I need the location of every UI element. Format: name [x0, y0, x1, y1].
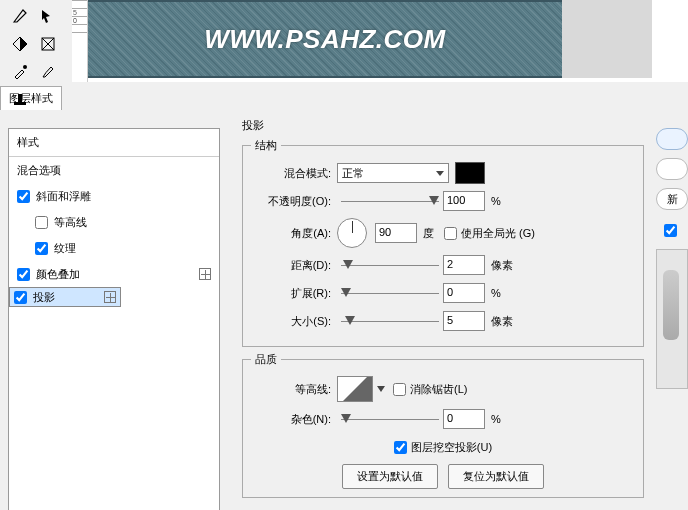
contour-item[interactable]: 等高线 [9, 209, 219, 235]
layer-style-dialog: 样式 混合选项 斜面和浮雕 等高线 纹理 颜色叠加 投影 投影 结构 混合模式:… [0, 110, 688, 510]
bevel-checkbox[interactable] [17, 190, 30, 203]
drop-shadow-item[interactable]: 投影 [9, 287, 121, 307]
canvas-fabric: WWW.PSAHZ.COM [88, 0, 562, 78]
opacity-label: 不透明度(O): [251, 194, 337, 209]
blend-options-label: 混合选项 [17, 163, 61, 178]
knockout-label: 图层挖空投影(U) [411, 440, 492, 455]
right-buttons: 新 [652, 110, 688, 510]
gradient-tool-icon[interactable] [6, 30, 34, 58]
angle-input[interactable]: 90 [375, 223, 417, 243]
blend-options-item[interactable]: 混合选项 [9, 157, 219, 183]
canvas-area: WWW.PSAHZ.COM [88, 0, 688, 78]
new-style-label: 新 [667, 193, 678, 205]
size-label: 大小(S): [251, 314, 337, 329]
angle-dial[interactable] [337, 218, 367, 248]
texture-label: 纹理 [54, 241, 76, 256]
global-light-checkbox[interactable] [444, 227, 457, 240]
top-area: 50 WWW.PSAHZ.COM [0, 0, 688, 82]
canvas-empty [652, 0, 688, 78]
distance-slider[interactable] [341, 258, 439, 272]
ruler-vertical: 50 [72, 0, 88, 82]
svg-rect-3 [14, 102, 26, 105]
new-style-button[interactable]: 新 [656, 188, 688, 210]
panel-title: 投影 [242, 118, 644, 133]
contour-label: 等高线 [54, 215, 87, 230]
color-overlay-item[interactable]: 颜色叠加 [9, 261, 219, 287]
blend-mode-select[interactable]: 正常 [337, 163, 449, 183]
blend-mode-label: 混合模式: [251, 166, 337, 181]
noise-slider[interactable] [341, 412, 439, 426]
brush-tool-icon[interactable] [34, 58, 62, 86]
arrow-tool-icon[interactable] [34, 2, 62, 30]
global-light-label: 使用全局光 (G) [461, 226, 535, 241]
preview-thumbnail [656, 249, 688, 389]
quality-group: 品质 等高线: 消除锯齿(L) 杂色(N): 0 % 图层挖空投影(U) 设置为… [242, 359, 644, 498]
opacity-slider[interactable] [341, 194, 439, 208]
pen-tool-icon[interactable] [6, 2, 34, 30]
canvas-pad [562, 0, 652, 78]
svg-rect-2 [18, 94, 22, 102]
styles-header: 样式 [9, 129, 219, 157]
texture-item[interactable]: 纹理 [9, 235, 219, 261]
bevel-item[interactable]: 斜面和浮雕 [9, 183, 219, 209]
pct-unit: % [491, 287, 501, 299]
stamp-tool-icon[interactable] [6, 86, 34, 114]
distance-label: 距离(D): [251, 258, 337, 273]
angle-label: 角度(A): [251, 226, 337, 241]
distance-input[interactable]: 2 [443, 255, 485, 275]
reset-default-button[interactable]: 复位为默认值 [448, 464, 544, 489]
spread-slider[interactable] [341, 286, 439, 300]
size-input[interactable]: 5 [443, 311, 485, 331]
make-default-button[interactable]: 设置为默认值 [342, 464, 438, 489]
blend-mode-value: 正常 [342, 166, 364, 181]
opacity-input[interactable]: 100 [443, 191, 485, 211]
contour-picker[interactable] [337, 376, 373, 402]
antialias-checkbox[interactable] [393, 383, 406, 396]
structure-group: 结构 混合模式: 正常 不透明度(O): 100 % 角度(A): 90 度 使… [242, 145, 644, 347]
spread-label: 扩展(R): [251, 286, 337, 301]
fx-add-icon[interactable] [199, 268, 211, 280]
noise-input[interactable]: 0 [443, 409, 485, 429]
px-unit: 像素 [491, 314, 513, 329]
bevel-label: 斜面和浮雕 [36, 189, 91, 204]
chevron-down-icon [436, 171, 444, 176]
spread-input[interactable]: 0 [443, 283, 485, 303]
px-unit: 像素 [491, 258, 513, 273]
size-slider[interactable] [341, 314, 439, 328]
drop-shadow-label: 投影 [33, 290, 55, 305]
contour-q-label: 等高线: [251, 382, 337, 397]
structure-legend: 结构 [251, 138, 281, 153]
preview-checkbox[interactable] [664, 224, 677, 237]
shadow-color-swatch[interactable] [455, 162, 485, 184]
style-list: 样式 混合选项 斜面和浮雕 等高线 纹理 颜色叠加 投影 [8, 128, 220, 510]
antialias-label: 消除锯齿(L) [410, 382, 467, 397]
pct-unit: % [491, 195, 501, 207]
svg-point-1 [23, 65, 27, 69]
degree-unit: 度 [423, 226, 434, 241]
contour-checkbox[interactable] [35, 216, 48, 229]
knockout-checkbox[interactable] [394, 441, 407, 454]
pct-unit: % [491, 413, 501, 425]
quality-legend: 品质 [251, 352, 281, 367]
cancel-button[interactable] [656, 158, 688, 180]
drop-shadow-checkbox[interactable] [14, 291, 27, 304]
crop-tool-icon[interactable] [34, 30, 62, 58]
watermark-text: WWW.PSAHZ.COM [204, 24, 445, 55]
eyedropper-tool-icon[interactable] [6, 58, 34, 86]
chevron-down-icon[interactable] [377, 386, 385, 392]
ok-button[interactable] [656, 128, 688, 150]
tool-palette [0, 0, 72, 82]
noise-label: 杂色(N): [251, 412, 337, 427]
texture-checkbox[interactable] [35, 242, 48, 255]
fx-add-icon[interactable] [104, 291, 116, 303]
settings-panel: 投影 结构 混合模式: 正常 不透明度(O): 100 % 角度(A): 90 … [220, 110, 652, 510]
color-overlay-label: 颜色叠加 [36, 267, 80, 282]
color-overlay-checkbox[interactable] [17, 268, 30, 281]
